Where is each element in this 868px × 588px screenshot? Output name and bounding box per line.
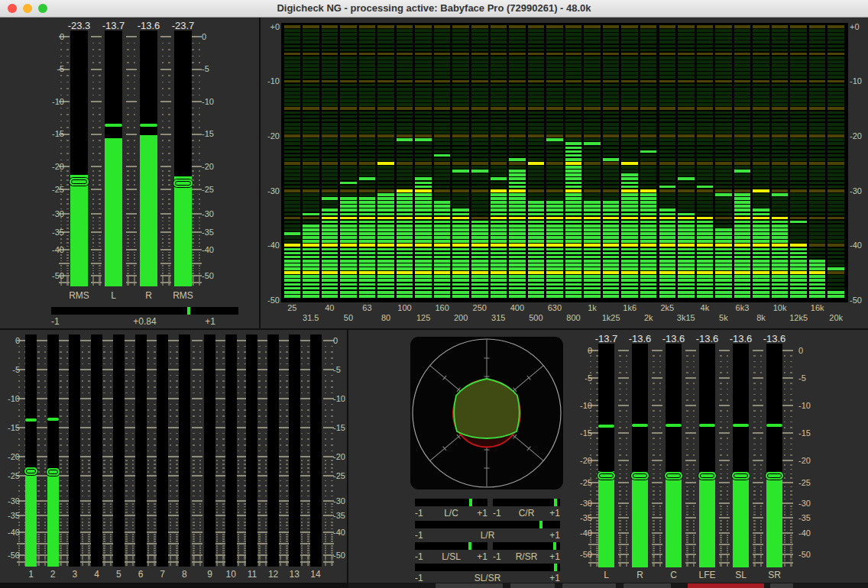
app-window: Digicheck NG - processing active: Babyfa… — [0, 0, 868, 588]
bottom-strip — [348, 583, 868, 588]
panel-stereo-meters — [0, 18, 259, 328]
panel-multichannel-meters — [0, 330, 347, 583]
panel-surround-meter — [348, 330, 868, 583]
panel-spectrum-analyzer — [261, 18, 868, 328]
window-title: Digicheck NG - processing active: Babyfa… — [0, 0, 868, 17]
digicheck-logo-fragment — [562, 583, 616, 588]
digicheck-logo-fragment — [510, 583, 555, 588]
window-titlebar: Digicheck NG - processing active: Babyfa… — [0, 0, 868, 18]
digicheck-logo-fragment — [436, 583, 503, 588]
red-logo-fragment — [688, 583, 764, 588]
digicheck-logo-fragment — [770, 583, 793, 588]
digicheck-logo-fragment — [623, 583, 671, 588]
